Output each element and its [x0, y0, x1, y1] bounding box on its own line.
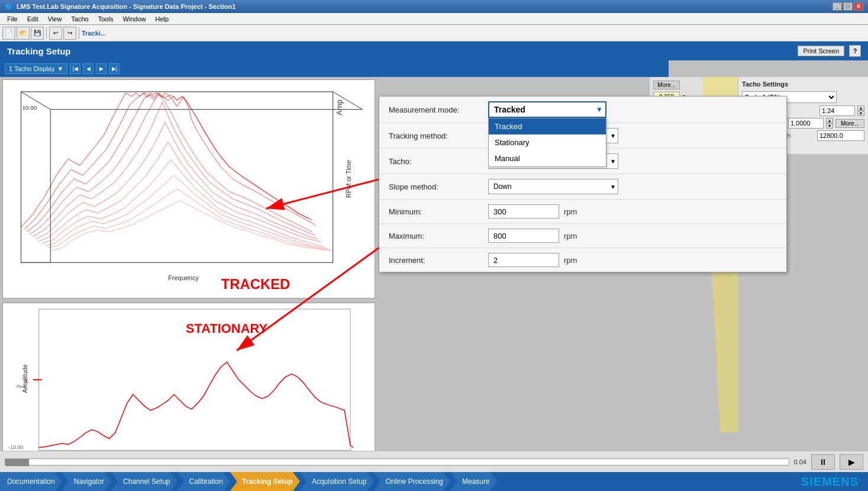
option-manual[interactable]: Manual	[489, 150, 606, 166]
tracking-label: Tracki...	[82, 30, 106, 37]
close-btn[interactable]: ✕	[854, 2, 863, 11]
tacho-bar: 1 Tacho Display ▼ |◀ ◀ ▶ ▶|	[0, 60, 669, 77]
more-button-1[interactable]: More...	[653, 81, 680, 89]
pulses-spinner[interactable]: ▲ ▼	[826, 118, 833, 129]
menu-tools[interactable]: Tools	[93, 15, 118, 23]
help-button[interactable]: ?	[849, 45, 861, 57]
maximum-label: Maximum:	[389, 232, 483, 240]
menu-file[interactable]: File	[2, 15, 22, 23]
new-btn[interactable]: 📄	[2, 27, 15, 40]
more-row-1: More...	[653, 81, 734, 89]
menu-edit[interactable]: Edit	[22, 15, 43, 23]
workflow-channel-setup[interactable]: Channel Setup	[111, 472, 177, 491]
pulses-input[interactable]	[788, 118, 824, 129]
minimum-unit: rpm	[564, 207, 577, 216]
slope-method-label: Slope method:	[389, 182, 483, 191]
slope-method-row: Slope method: Down ▼	[379, 174, 786, 200]
measurement-mode-arrow: ▼	[596, 105, 603, 114]
nav-first-btn[interactable]: |◀	[70, 63, 80, 74]
workflow-calibration[interactable]: Calibration	[177, 472, 230, 491]
main-area: 1 Tacho Display ▼ |◀ ◀ ▶ ▶| Tacho Settin…	[0, 60, 868, 451]
trigger-up[interactable]: ▲	[857, 105, 864, 111]
print-screen-button[interactable]: Print Screen	[798, 46, 844, 56]
nav-next-btn[interactable]: ▶	[96, 63, 107, 74]
tracking-method-label: Tracking method:	[389, 131, 483, 140]
tracking-arrow: ▼	[610, 133, 616, 139]
workflow-acquisition-setup[interactable]: Acquisition Setup	[300, 472, 374, 491]
trigger-down[interactable]: ▼	[857, 111, 864, 116]
increment-unit: rpm	[564, 256, 577, 265]
measurement-mode-dropdown: Tracked Stationary Manual	[488, 118, 606, 167]
time-right-label: 0.04	[794, 458, 806, 466]
svg-text:Amplitude: Amplitude	[21, 364, 28, 393]
window-controls: _ □ ✕	[832, 2, 863, 11]
workflow-navigator[interactable]: Navigator	[62, 472, 111, 491]
minimize-btn[interactable]: _	[832, 2, 842, 11]
progress-track[interactable]	[5, 458, 789, 466]
progress-thumb[interactable]	[5, 459, 29, 466]
svg-text:Frequency: Frequency	[168, 274, 199, 281]
app-icon: 🔷	[5, 3, 13, 11]
waterfall-svg: 10.00	[3, 80, 375, 298]
svg-text:TRACKED: TRACKED	[221, 276, 291, 292]
menu-tacho[interactable]: Tacho	[66, 15, 93, 23]
option-tracked[interactable]: Tracked	[489, 118, 606, 134]
title-bar: 🔷 LMS Test.Lab Signature Acquisition - S…	[0, 0, 868, 13]
workflow-measure[interactable]: Measure	[450, 472, 497, 491]
trigger-level-input[interactable]	[819, 105, 855, 116]
menu-view[interactable]: View	[43, 15, 67, 23]
pulses-more-btn[interactable]: More...	[835, 119, 864, 128]
minimum-input[interactable]	[488, 204, 559, 219]
bottom-controls-bar: 0.04 ⏸ ▶	[0, 451, 868, 472]
measurement-dialog: Measurement mode: Tracked ▼ Tracked Stat…	[379, 96, 787, 272]
minimum-row: Minimum: rpm	[379, 200, 786, 224]
toolbar: 📄 📂 💾 ↩ ↪ Tracki...	[0, 25, 868, 41]
slope-method-select[interactable]: Down ▼	[488, 179, 618, 194]
save-btn[interactable]: 💾	[31, 27, 44, 40]
svg-text:STATIONARY: STATIONARY	[186, 321, 267, 336]
play-button[interactable]: ▶	[840, 454, 863, 470]
svg-text:RPM or Time: RPM or Time	[345, 160, 352, 198]
menu-help[interactable]: Help	[151, 15, 174, 23]
increment-row: Increment: rpm	[379, 248, 786, 272]
maximum-input[interactable]	[488, 229, 559, 243]
slope-method-wrapper: Down ▼	[488, 179, 618, 194]
redo-btn[interactable]: ↪	[63, 27, 76, 40]
svg-text:-10.00: -10.00	[8, 444, 23, 450]
svg-text:10.00: 10.00	[22, 104, 37, 111]
measurement-mode-label: Measurement mode:	[389, 105, 483, 114]
menu-window[interactable]: Window	[118, 15, 150, 23]
workflow-bar: Documentation Navigator Channel Setup Ca…	[0, 472, 868, 491]
trigger-level-spinner[interactable]: ▲ ▼	[857, 105, 864, 116]
workflow-tracking-setup[interactable]: Tracking Setup	[230, 472, 300, 491]
svg-rect-1	[21, 92, 333, 262]
menu-bar: File Edit View Tacho Tools Window Help	[0, 13, 868, 25]
waterfall-chart: 10.00	[2, 79, 375, 299]
maximize-btn[interactable]: □	[843, 2, 853, 11]
measurement-mode-display[interactable]: Tracked ▼	[488, 101, 606, 118]
increment-label: Increment:	[389, 256, 483, 265]
pause-button[interactable]: ⏸	[811, 454, 835, 470]
nav-last-btn[interactable]: ▶|	[109, 63, 120, 74]
slope-arrow: ▼	[610, 184, 616, 190]
siemens-logo: SIEMENS	[801, 475, 868, 489]
tacho-arrow: ▼	[610, 158, 616, 165]
option-stationary[interactable]: Stationary	[489, 134, 606, 150]
svg-text:Amp: Amp	[335, 100, 344, 115]
measurement-mode-row: Measurement mode: Tracked ▼ Tracked Stat…	[379, 97, 786, 123]
workflow-documentation[interactable]: Documentation	[0, 472, 62, 491]
undo-btn[interactable]: ↩	[49, 27, 62, 40]
increment-input[interactable]	[488, 253, 559, 267]
tacho-label: Tacho:	[389, 157, 483, 166]
maximum-row: Maximum: rpm	[379, 224, 786, 248]
bandwidth-input[interactable]	[817, 130, 864, 141]
pulses-down[interactable]: ▼	[826, 123, 833, 129]
tracking-setup-title: Tracking Setup	[7, 46, 71, 56]
open-btn[interactable]: 📂	[17, 27, 30, 40]
pulses-up[interactable]: ▲	[826, 118, 833, 123]
minimum-label: Minimum:	[389, 207, 483, 216]
workflow-online-processing[interactable]: Online Processing	[374, 472, 450, 491]
tacho-display-dropdown[interactable]: 1 Tacho Display ▼	[5, 63, 67, 74]
measurement-mode-select-wrapper: Tracked ▼ Tracked Stationary Manual	[488, 101, 606, 118]
nav-prev-btn[interactable]: ◀	[83, 63, 93, 74]
